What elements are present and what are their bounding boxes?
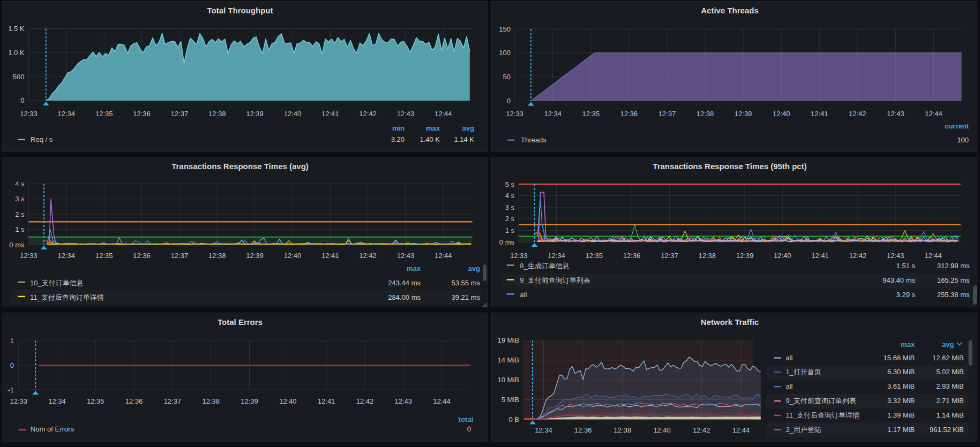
svg-text:12:36: 12:36 xyxy=(620,110,638,118)
svg-text:12:40: 12:40 xyxy=(279,397,297,405)
svg-text:12:37: 12:37 xyxy=(171,110,189,118)
svg-text:961.52 KiB: 961.52 KiB xyxy=(930,426,964,434)
svg-text:5 s: 5 s xyxy=(505,180,515,188)
svg-text:12:42: 12:42 xyxy=(359,110,377,118)
svg-text:12:36: 12:36 xyxy=(133,110,151,118)
svg-text:1.51 s: 1.51 s xyxy=(896,262,916,270)
svg-text:12:33: 12:33 xyxy=(20,110,38,118)
svg-text:6.30 MiB: 6.30 MiB xyxy=(887,368,915,376)
svg-text:12:41: 12:41 xyxy=(811,110,828,118)
svg-text:312.99 ms: 312.99 ms xyxy=(937,262,970,270)
svg-text:12:38: 12:38 xyxy=(202,397,220,405)
svg-text:19 MiB: 19 MiB xyxy=(498,336,519,344)
svg-text:0: 0 xyxy=(507,97,511,105)
svg-text:12:36: 12:36 xyxy=(133,252,151,260)
svg-text:4 s: 4 s xyxy=(15,180,25,188)
svg-text:avg: avg xyxy=(468,264,480,272)
svg-text:Transactions Response Times (a: Transactions Response Times (avg) xyxy=(171,162,309,171)
svg-text:11_支付后查询订单详情: 11_支付后查询订单详情 xyxy=(30,293,104,301)
svg-text:12:35: 12:35 xyxy=(87,397,104,405)
svg-text:12:39: 12:39 xyxy=(241,397,258,405)
svg-text:255.38 ms: 255.38 ms xyxy=(937,291,970,299)
svg-text:12:38: 12:38 xyxy=(698,252,716,260)
svg-text:12:41: 12:41 xyxy=(811,252,829,260)
svg-text:12:36: 12:36 xyxy=(623,252,641,260)
svg-text:2_用户登陆: 2_用户登陆 xyxy=(786,426,821,434)
svg-text:1.14 K: 1.14 K xyxy=(454,135,474,143)
svg-text:min: min xyxy=(392,124,405,132)
svg-text:12:40: 12:40 xyxy=(284,252,302,260)
svg-text:39.21 ms: 39.21 ms xyxy=(452,293,481,301)
svg-text:9_支付前查询订单列表: 9_支付前查询订单列表 xyxy=(786,397,856,405)
svg-text:12:36: 12:36 xyxy=(574,426,592,434)
svg-text:150: 150 xyxy=(499,25,511,33)
svg-text:all: all xyxy=(520,291,527,299)
svg-text:12:35: 12:35 xyxy=(95,110,113,118)
svg-text:50: 50 xyxy=(503,73,511,81)
svg-text:284.00 ms: 284.00 ms xyxy=(388,293,421,301)
svg-text:12:44: 12:44 xyxy=(435,252,452,260)
svg-text:12:44: 12:44 xyxy=(435,110,452,118)
svg-text:12:40: 12:40 xyxy=(284,110,302,118)
svg-text:15.66 MiB: 15.66 MiB xyxy=(884,354,915,362)
svg-text:12:44: 12:44 xyxy=(924,252,942,260)
svg-text:8_生成订单信息: 8_生成订单信息 xyxy=(520,262,569,270)
svg-text:12.62 MiB: 12.62 MiB xyxy=(932,354,964,362)
svg-text:current: current xyxy=(945,122,969,130)
svg-text:1.5 K: 1.5 K xyxy=(8,25,25,33)
svg-text:1: 1 xyxy=(10,337,14,345)
svg-text:12:37: 12:37 xyxy=(171,252,189,260)
svg-text:12:39: 12:39 xyxy=(246,110,264,118)
svg-text:total: total xyxy=(459,415,473,423)
svg-text:12:36: 12:36 xyxy=(125,397,143,405)
svg-text:12:38: 12:38 xyxy=(697,110,714,118)
svg-text:12:42: 12:42 xyxy=(849,252,867,260)
svg-text:12:38: 12:38 xyxy=(208,252,226,260)
svg-text:943.40 ms: 943.40 ms xyxy=(882,276,915,284)
svg-text:12:39: 12:39 xyxy=(246,252,264,260)
svg-text:0: 0 xyxy=(467,425,471,433)
svg-text:Total Throughput: Total Throughput xyxy=(207,6,273,15)
svg-text:12:44: 12:44 xyxy=(925,110,942,118)
svg-text:max: max xyxy=(407,264,421,272)
svg-text:avg: avg xyxy=(942,340,954,348)
svg-text:12:37: 12:37 xyxy=(164,397,182,405)
svg-text:5 MiB: 5 MiB xyxy=(502,396,519,404)
svg-text:12:33: 12:33 xyxy=(510,252,528,260)
svg-text:12:42: 12:42 xyxy=(693,426,710,434)
svg-text:12:34: 12:34 xyxy=(58,110,76,118)
svg-text:165.25 ms: 165.25 ms xyxy=(937,276,970,284)
svg-text:3.29 s: 3.29 s xyxy=(896,291,916,299)
svg-text:12:34: 12:34 xyxy=(548,252,565,260)
svg-text:12:44: 12:44 xyxy=(433,397,451,405)
svg-text:2.93 MiB: 2.93 MiB xyxy=(936,382,963,390)
svg-text:1.0 K: 1.0 K xyxy=(8,49,25,57)
svg-text:Num of Errors: Num of Errors xyxy=(31,425,74,433)
svg-text:Threads: Threads xyxy=(521,136,547,144)
svg-text:3 s: 3 s xyxy=(505,203,515,211)
svg-text:0 ms: 0 ms xyxy=(499,238,515,246)
svg-text:12:35: 12:35 xyxy=(95,252,113,260)
svg-text:all: all xyxy=(786,382,792,390)
svg-text:Req / s: Req / s xyxy=(31,135,53,143)
svg-text:12:43: 12:43 xyxy=(887,110,904,118)
svg-text:12:42: 12:42 xyxy=(356,397,374,405)
svg-text:12:37: 12:37 xyxy=(659,110,676,118)
svg-text:53.55 ms: 53.55 ms xyxy=(452,279,481,287)
svg-text:4 s: 4 s xyxy=(505,192,515,200)
svg-text:12:43: 12:43 xyxy=(397,252,415,260)
svg-text:1.17 MiB: 1.17 MiB xyxy=(887,426,915,434)
svg-text:1_打开首页: 1_打开首页 xyxy=(786,368,821,376)
svg-text:14 MiB: 14 MiB xyxy=(498,356,519,364)
svg-text:3 s: 3 s xyxy=(15,195,25,203)
svg-text:12:41: 12:41 xyxy=(321,252,339,260)
svg-text:1 s: 1 s xyxy=(15,225,25,233)
svg-text:1 s: 1 s xyxy=(505,226,515,234)
svg-text:12:39: 12:39 xyxy=(735,110,752,118)
svg-text:12:42: 12:42 xyxy=(359,252,377,260)
svg-text:12:37: 12:37 xyxy=(661,252,678,260)
svg-text:1.14 MiB: 1.14 MiB xyxy=(936,411,963,419)
svg-text:avg: avg xyxy=(462,124,474,132)
svg-text:12:33: 12:33 xyxy=(20,252,38,260)
svg-text:all: all xyxy=(786,354,792,362)
